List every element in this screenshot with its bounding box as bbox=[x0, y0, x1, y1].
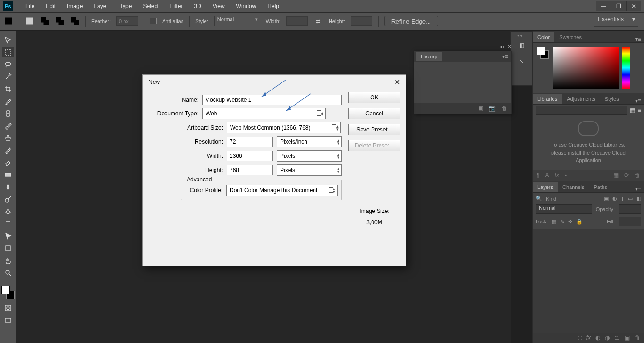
panel-menu-icon[interactable]: ▾≡ bbox=[499, 53, 511, 60]
sync-icon[interactable]: ⟳ bbox=[624, 172, 629, 179]
adjustment-icon[interactable]: ◑ bbox=[605, 335, 610, 341]
blur-tool-icon[interactable] bbox=[2, 182, 14, 192]
dock-icon-1[interactable]: ◧ bbox=[519, 42, 524, 49]
name-input[interactable] bbox=[202, 95, 342, 105]
history-snapshot-icon[interactable]: 📷 bbox=[489, 105, 496, 112]
panel-menu-icon[interactable]: ▾≡ bbox=[632, 98, 644, 104]
stamp-tool-icon[interactable] bbox=[2, 133, 14, 143]
collapsed-dock[interactable]: ◂◂ ◧ ↖ bbox=[510, 31, 533, 86]
menu-view[interactable]: View bbox=[213, 3, 225, 9]
sel-intersect-icon[interactable] bbox=[70, 16, 80, 26]
tab-adjustments[interactable]: Adjustments bbox=[562, 94, 600, 104]
library-select[interactable] bbox=[536, 106, 627, 115]
filter-type-icon[interactable]: T bbox=[621, 196, 624, 202]
add-para-icon[interactable]: ¶ bbox=[537, 172, 539, 179]
dialog-close-icon[interactable]: ✕ bbox=[394, 78, 400, 87]
refine-edge-button[interactable]: Refine Edge... bbox=[384, 16, 438, 26]
panel-menu-icon[interactable]: ▾≡ bbox=[632, 36, 644, 42]
add-char-icon[interactable]: A bbox=[545, 172, 549, 179]
color-fgbg-icon[interactable] bbox=[537, 47, 549, 59]
shape-tool-icon[interactable] bbox=[2, 243, 14, 253]
maximize-button[interactable]: ❐ bbox=[611, 1, 626, 11]
lasso-tool-icon[interactable] bbox=[2, 59, 14, 70]
history-collapse-icon[interactable]: ◂◂ bbox=[500, 44, 504, 49]
quickmask-icon[interactable] bbox=[2, 303, 14, 313]
filter-image-icon[interactable]: ▣ bbox=[604, 196, 609, 202]
fx-icon[interactable]: fx bbox=[586, 335, 591, 341]
panel-menu-icon[interactable]: ▾≡ bbox=[632, 186, 644, 192]
color-field[interactable] bbox=[553, 47, 619, 89]
link-icon[interactable]: ⸬ bbox=[578, 335, 582, 341]
save-preset-button[interactable]: Save Preset... bbox=[348, 124, 400, 135]
menu-image[interactable]: Image bbox=[67, 3, 83, 9]
tab-styles[interactable]: Styles bbox=[600, 94, 624, 104]
cancel-button[interactable]: Cancel bbox=[348, 108, 400, 119]
menu-file[interactable]: File bbox=[25, 3, 34, 9]
tab-layers[interactable]: Layers bbox=[533, 182, 558, 192]
feather-input[interactable] bbox=[116, 16, 138, 26]
menu-layer[interactable]: Layer bbox=[94, 3, 108, 9]
style-select[interactable]: Normal bbox=[214, 16, 260, 26]
grid-view-icon[interactable]: ▦ bbox=[630, 107, 635, 114]
marquee-tool-icon[interactable] bbox=[2, 47, 14, 57]
history-close-icon[interactable]: ✕ bbox=[507, 44, 511, 49]
marquee-tool-icon[interactable] bbox=[4, 16, 13, 26]
new-layer-icon[interactable]: ▣ bbox=[625, 335, 630, 341]
dodge-tool-icon[interactable] bbox=[2, 194, 14, 204]
screenmode-icon[interactable] bbox=[2, 315, 14, 326]
lock-pixels-icon[interactable]: ▩ bbox=[552, 219, 556, 225]
move-tool-icon[interactable] bbox=[2, 35, 14, 45]
artboard-select[interactable]: Web Most Common (1366, 768)▴▾ bbox=[227, 122, 341, 133]
resolution-unit-select[interactable]: Pixels/Inch▴▾ bbox=[277, 136, 342, 147]
filter-adjust-icon[interactable]: ◐ bbox=[612, 196, 617, 202]
color-profile-select[interactable]: Don't Color Manage this Document▴▾ bbox=[226, 185, 338, 196]
width-unit-select[interactable]: Pixels▴▾ bbox=[277, 150, 342, 162]
add-color-icon[interactable]: ▪ bbox=[565, 172, 567, 179]
blend-mode-select[interactable]: Normal bbox=[536, 204, 592, 214]
swap-wh-icon[interactable]: ⇄ bbox=[314, 16, 323, 26]
antialias-checkbox[interactable] bbox=[150, 18, 157, 24]
close-window-button[interactable]: ✕ bbox=[626, 1, 641, 11]
crop-tool-icon[interactable] bbox=[2, 84, 14, 94]
doctype-select[interactable]: Web▴▾ bbox=[202, 108, 326, 119]
sel-add-icon[interactable] bbox=[40, 16, 50, 26]
path-select-tool-icon[interactable] bbox=[2, 231, 14, 241]
tab-libraries[interactable]: Libraries bbox=[533, 94, 562, 104]
history-doc-icon[interactable]: ▣ bbox=[478, 105, 483, 112]
hand-tool-icon[interactable] bbox=[2, 255, 14, 266]
height-input[interactable] bbox=[227, 165, 273, 175]
hue-slider[interactable] bbox=[622, 47, 630, 89]
history-delete-icon[interactable]: 🗑 bbox=[502, 105, 507, 112]
tab-paths[interactable]: Paths bbox=[589, 182, 612, 192]
fg-bg-swatches[interactable] bbox=[1, 286, 15, 299]
brush-tool-icon[interactable] bbox=[2, 121, 14, 131]
menu-window[interactable]: Window bbox=[236, 3, 256, 9]
ok-button[interactable]: OK bbox=[348, 92, 400, 103]
history-brush-tool-icon[interactable] bbox=[2, 145, 14, 155]
grid-icon[interactable]: ▦ bbox=[613, 172, 619, 179]
list-view-icon[interactable]: ≡ bbox=[638, 107, 641, 114]
dock-icon-2[interactable]: ↖ bbox=[519, 58, 524, 65]
mask-icon[interactable]: ◐ bbox=[595, 335, 600, 341]
workspace-select[interactable]: Essentials ▾ bbox=[594, 16, 638, 27]
history-tab[interactable]: History bbox=[416, 52, 442, 61]
delete-preset-button[interactable]: Delete Preset... bbox=[348, 140, 400, 151]
menu-type[interactable]: Type bbox=[119, 3, 132, 9]
height-input[interactable] bbox=[351, 16, 372, 26]
add-fx-icon[interactable]: fx bbox=[554, 172, 559, 179]
sel-subtract-icon[interactable] bbox=[55, 16, 65, 26]
tab-channels[interactable]: Channels bbox=[558, 182, 589, 192]
gradient-tool-icon[interactable] bbox=[2, 170, 14, 180]
sel-new-icon[interactable] bbox=[25, 16, 34, 26]
menu-select[interactable]: Select bbox=[143, 3, 158, 9]
resolution-input[interactable] bbox=[227, 137, 273, 147]
menu-filter[interactable]: Filter bbox=[170, 3, 183, 9]
layers-list[interactable] bbox=[533, 229, 644, 333]
width-input[interactable] bbox=[286, 16, 308, 26]
zoom-tool-icon[interactable] bbox=[2, 268, 14, 278]
filter-shape-icon[interactable]: ▭ bbox=[628, 196, 633, 202]
lock-all-icon[interactable]: 🔒 bbox=[576, 219, 583, 225]
menu-help[interactable]: Help bbox=[267, 3, 279, 9]
group-icon[interactable]: 🗀 bbox=[614, 335, 620, 341]
minimize-button[interactable]: — bbox=[596, 1, 611, 11]
